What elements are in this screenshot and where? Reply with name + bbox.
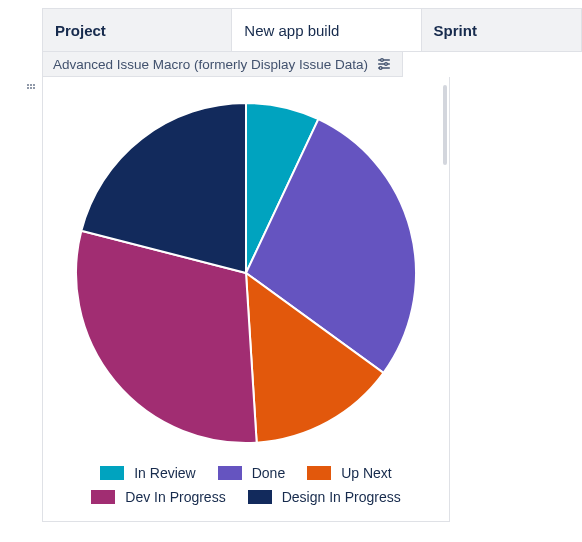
legend-swatch xyxy=(248,490,272,504)
pie-chart-card: In ReviewDoneUp NextDev In ProgressDesig… xyxy=(42,77,450,522)
legend-label: Design In Progress xyxy=(282,489,401,505)
table-header-row: Project New app build Sprint xyxy=(42,8,582,52)
legend-swatch xyxy=(100,466,124,480)
legend-item[interactable]: Dev In Progress xyxy=(91,489,225,505)
col-sprint-label: Sprint xyxy=(422,9,581,51)
svg-point-1 xyxy=(381,59,384,62)
svg-point-5 xyxy=(379,67,382,70)
col-project-label: Project xyxy=(43,9,232,51)
drag-handle-icon[interactable] xyxy=(26,82,36,96)
legend-label: Dev In Progress xyxy=(125,489,225,505)
legend-swatch xyxy=(218,466,242,480)
svg-point-3 xyxy=(385,63,388,66)
scrollbar[interactable] xyxy=(443,85,447,165)
pie-chart xyxy=(43,87,449,453)
settings-icon[interactable] xyxy=(376,56,392,72)
svg-point-11 xyxy=(33,87,35,89)
legend-item[interactable]: Up Next xyxy=(307,465,392,481)
legend-item[interactable]: Done xyxy=(218,465,285,481)
svg-point-6 xyxy=(27,84,29,86)
legend-swatch xyxy=(91,490,115,504)
legend-label: Up Next xyxy=(341,465,392,481)
svg-point-8 xyxy=(33,84,35,86)
chart-legend: In ReviewDoneUp NextDev In ProgressDesig… xyxy=(43,453,449,515)
legend-item[interactable]: Design In Progress xyxy=(248,489,401,505)
svg-point-9 xyxy=(27,87,29,89)
legend-swatch xyxy=(307,466,331,480)
macro-toolbar[interactable]: Advanced Issue Macro (formerly Display I… xyxy=(42,52,403,77)
legend-item[interactable]: In Review xyxy=(100,465,195,481)
legend-label: Done xyxy=(252,465,285,481)
legend-label: In Review xyxy=(134,465,195,481)
svg-point-7 xyxy=(30,84,32,86)
svg-point-10 xyxy=(30,87,32,89)
macro-label: Advanced Issue Macro (formerly Display I… xyxy=(53,57,368,72)
col-project-value[interactable]: New app build xyxy=(232,9,421,51)
